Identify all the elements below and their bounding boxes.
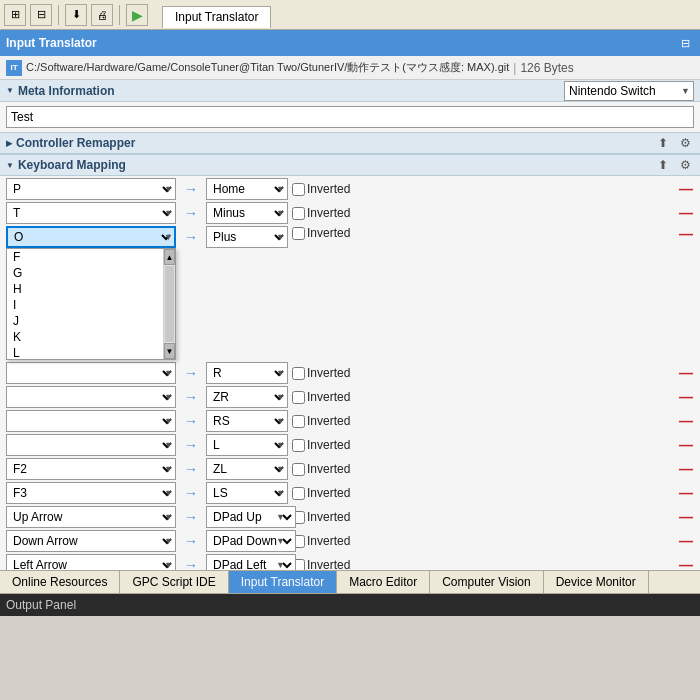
path-bar: IT C:/Software/Hardware/Game/ConsoleTune… (0, 56, 700, 80)
key-select-9[interactable]: Up Arrow (6, 506, 176, 528)
tab-gpc-script-ide[interactable]: GPC Script IDE (120, 571, 228, 593)
inverted-wrap-1: Inverted (292, 206, 362, 220)
key-select-1[interactable]: T (6, 202, 176, 224)
dropdown-item-J[interactable]: J (7, 313, 163, 329)
key-select-5[interactable] (6, 410, 176, 432)
inverted-cb-6[interactable] (292, 439, 305, 452)
keyboard-collapse-triangle: ▼ (6, 161, 14, 170)
remove-btn-8[interactable]: — (678, 485, 694, 501)
key-select-0[interactable]: P (6, 178, 176, 200)
meta-name-input[interactable] (6, 106, 694, 128)
arrow-icon-5: → (180, 410, 202, 432)
app-close-btn[interactable]: ⊟ (677, 35, 694, 52)
remove-btn-10[interactable]: — (678, 533, 694, 549)
key-select-6[interactable] (6, 434, 176, 456)
inverted-label-10: Inverted (307, 534, 350, 548)
arrow-icon-6: → (180, 434, 202, 456)
key-select-3[interactable] (6, 362, 176, 384)
inverted-cb-3[interactable] (292, 367, 305, 380)
remove-btn-9[interactable]: — (678, 509, 694, 525)
toolbar-btn-2[interactable]: ⊟ (30, 4, 52, 26)
inverted-label-8: Inverted (307, 486, 350, 500)
scroll-thumb[interactable] (165, 266, 174, 342)
output-select-8[interactable]: LS (206, 482, 288, 504)
key-select-4[interactable] (6, 386, 176, 408)
key-select-10[interactable]: Down Arrow (6, 530, 176, 552)
output-select-6[interactable]: L (206, 434, 288, 456)
tab-bar: Input Translator (158, 2, 696, 28)
inverted-cb-1[interactable] (292, 207, 305, 220)
controller-section-label: Controller Remapper (16, 136, 135, 150)
app-title: Input Translator (6, 36, 97, 50)
inverted-cb-0[interactable] (292, 183, 305, 196)
key-select-wrapper-10: Down Arrow ▼ (6, 530, 176, 552)
inverted-cb-7[interactable] (292, 463, 305, 476)
inverted-cb-8[interactable] (292, 487, 305, 500)
dropdown-item-F[interactable]: F (7, 249, 163, 265)
tab-input-translator[interactable]: Input Translator (162, 6, 271, 28)
key-select-2[interactable]: O (6, 226, 176, 248)
inverted-label-6: Inverted (307, 438, 350, 452)
device-select[interactable]: Nintendo Switch PlayStation Xbox (564, 81, 694, 101)
keyboard-upload-btn[interactable]: ⬆ (654, 156, 672, 174)
remove-btn-1[interactable]: — (678, 205, 694, 221)
output-select-4[interactable]: ZR (206, 386, 288, 408)
path-icon: IT (6, 60, 22, 76)
output-select-10[interactable]: DPad Down (206, 530, 296, 552)
meta-section-header[interactable]: ▼ Meta Information Nintendo Switch PlayS… (0, 80, 700, 102)
output-select-wrapper-2: Plus ▼ (206, 226, 288, 248)
mapping-row-6: ▼ → L ▼ Inverted — (6, 434, 694, 456)
tab-online-resources[interactable]: Online Resources (0, 571, 120, 593)
inverted-cb-5[interactable] (292, 415, 305, 428)
tab-device-monitor[interactable]: Device Monitor (544, 571, 649, 593)
output-select-11[interactable]: DPad Left (206, 554, 296, 570)
scroll-up-btn[interactable]: ▲ (164, 249, 175, 265)
output-select-0[interactable]: Home (206, 178, 288, 200)
output-select-2[interactable]: Plus (206, 226, 288, 248)
dropdown-item-G[interactable]: G (7, 265, 163, 281)
output-select-wrapper-10: DPad Down ▼ (206, 530, 288, 552)
scroll-down-btn[interactable]: ▼ (164, 343, 175, 359)
remove-btn-3[interactable]: — (678, 365, 694, 381)
dropdown-item-I[interactable]: I (7, 297, 163, 313)
dropdown-item-L[interactable]: L (7, 345, 163, 359)
keyboard-settings-btn[interactable]: ⚙ (676, 156, 694, 174)
output-select-1[interactable]: Minus (206, 202, 288, 224)
mapping-row-11: Left Arrow ▼ → DPad Left ▼ Inverted — (6, 554, 694, 570)
remove-btn-7[interactable]: — (678, 461, 694, 477)
dropdown-scrollbar[interactable]: ▲ ▼ (163, 249, 175, 359)
remove-btn-11[interactable]: — (678, 557, 694, 570)
run-btn[interactable]: ▶ (126, 4, 148, 26)
remove-btn-0[interactable]: — (678, 181, 694, 197)
tab-input-translator-bottom[interactable]: Input Translator (229, 571, 337, 593)
remove-btn-5[interactable]: — (678, 413, 694, 429)
toolbar-btn-1[interactable]: ⊞ (4, 4, 26, 26)
output-select-3[interactable]: R (206, 362, 288, 384)
keyboard-section-header[interactable]: ▼ Keyboard Mapping ⬆ ⚙ (0, 154, 700, 176)
key-select-col-2: O ▼ F G H I J K L M (6, 226, 176, 248)
arrow-icon-7: → (180, 458, 202, 480)
output-select-7[interactable]: ZL (206, 458, 288, 480)
key-select-7[interactable]: F2 (6, 458, 176, 480)
remove-btn-6[interactable]: — (678, 437, 694, 453)
controller-section-header[interactable]: ▶ Controller Remapper ⬆ ⚙ (0, 132, 700, 154)
dropdown-item-K[interactable]: K (7, 329, 163, 345)
toolbar-btn-3[interactable]: ⬇ (65, 4, 87, 26)
dropdown-item-H[interactable]: H (7, 281, 163, 297)
output-select-5[interactable]: RS (206, 410, 288, 432)
output-select-9[interactable]: DPad Up (206, 506, 296, 528)
tab-macro-editor[interactable]: Macro Editor (337, 571, 430, 593)
output-select-wrapper-7: ZL ▼ (206, 458, 288, 480)
key-select-8[interactable]: F3 (6, 482, 176, 504)
inverted-cb-2[interactable] (292, 227, 305, 240)
path-separator: | (513, 61, 516, 75)
toolbar-btn-4[interactable]: 🖨 (91, 4, 113, 26)
arrow-icon-11: → (180, 554, 202, 570)
remove-btn-4[interactable]: — (678, 389, 694, 405)
inverted-cb-4[interactable] (292, 391, 305, 404)
key-select-11[interactable]: Left Arrow (6, 554, 176, 570)
controller-settings-btn[interactable]: ⚙ (676, 134, 694, 152)
remove-btn-2[interactable]: — (678, 226, 694, 242)
controller-upload-btn[interactable]: ⬆ (654, 134, 672, 152)
tab-computer-vision[interactable]: Computer Vision (430, 571, 544, 593)
